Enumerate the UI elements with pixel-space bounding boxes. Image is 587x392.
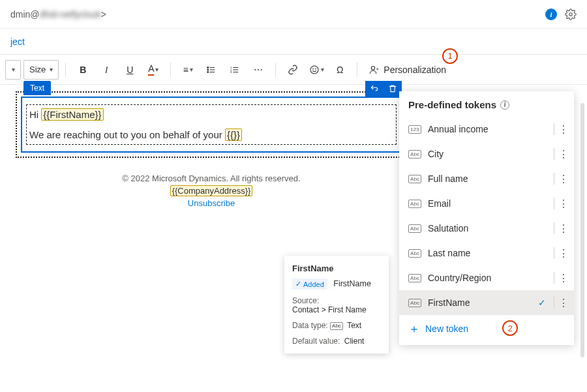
added-badge: ✓ Added <box>292 279 327 290</box>
tokens-panel: Pre-defined tokens i 123Annual income⋮Ab… <box>399 91 574 345</box>
default-value: Client <box>344 337 365 346</box>
more-icon[interactable]: ⋮ <box>558 272 569 284</box>
subject-row: ject <box>0 29 587 55</box>
selected-text-block: Text Hi {{FirstName}} We are reaching ou… <box>21 97 402 153</box>
text-cell[interactable]: Hi {{FirstName}} We are reaching out to … <box>21 97 402 153</box>
type-badge-icon: Abc <box>408 274 421 282</box>
more-icon[interactable]: ⋮ <box>558 198 569 210</box>
header-bar: dmin@dhid-netfyclouk> i <box>0 0 587 29</box>
more-icon[interactable]: ⋮ <box>558 222 569 235</box>
token-row[interactable]: AbcFull name⋮ <box>399 166 574 191</box>
token-company-address[interactable]: {{CompanyAddress}} <box>170 185 253 196</box>
more-icon[interactable]: ⋮ <box>558 123 569 136</box>
chevron-down-icon: ▾ <box>155 66 158 73</box>
align-button[interactable]: ≡ ▾ <box>177 60 198 80</box>
block-type-tag: Text <box>23 81 51 95</box>
new-token-button[interactable]: ＋ New token 2 <box>399 315 574 342</box>
symbol-button[interactable]: Ω <box>329 60 350 80</box>
type-badge-icon: Abc <box>408 150 421 158</box>
row-divider <box>554 123 554 135</box>
help-icon[interactable]: i <box>500 100 509 110</box>
blank-line <box>29 121 393 128</box>
token-label: Email <box>428 198 550 209</box>
more-icon[interactable]: ⋮ <box>558 247 569 260</box>
svg-point-1 <box>207 67 209 68</box>
personalization-button[interactable]: Personalization 1 <box>364 60 451 80</box>
datatype-value: Text <box>347 321 361 330</box>
abc-type-badge: Abc <box>330 322 343 330</box>
detail-title: FirstName <box>292 264 381 273</box>
more-icon[interactable]: ⋮ <box>558 173 569 185</box>
unsubscribe-link[interactable]: Unsubscribe <box>16 198 407 208</box>
token-row[interactable]: AbcEmail⋮ <box>399 191 574 216</box>
body-line-1: Hi {{FirstName}} <box>29 109 393 120</box>
token-empty[interactable]: {{}} <box>225 128 242 141</box>
text-span: We are reaching out to you on behalf of … <box>29 129 225 140</box>
font-size-dropdown[interactable]: Size▾ <box>23 60 59 80</box>
token-row[interactable]: AbcSalutation⋮ <box>399 216 574 241</box>
row-divider <box>554 272 554 284</box>
info-icon[interactable]: i <box>545 8 557 20</box>
type-badge-icon: Abc <box>408 224 421 233</box>
person-icon <box>369 65 380 75</box>
row-divider <box>554 222 554 234</box>
editable-text-area[interactable]: Hi {{FirstName}} We are reaching out to … <box>26 104 397 145</box>
added-badge-label: Added <box>303 280 324 288</box>
emoji-button[interactable]: ▾ <box>306 60 327 80</box>
token-label: City <box>428 149 550 159</box>
svg-point-5 <box>207 71 209 72</box>
font-color-button[interactable]: A ▾ <box>143 60 164 80</box>
check-icon: ✓ <box>538 297 546 308</box>
svg-point-3 <box>207 69 209 70</box>
svg-point-14 <box>312 68 313 69</box>
row-divider <box>554 198 554 209</box>
font-size-label: Size <box>29 65 46 74</box>
annotation-2: 2 <box>502 320 518 336</box>
source-label: Source: <box>292 296 381 305</box>
toolbar-divider <box>275 63 276 77</box>
added-value: FirstName <box>333 279 371 288</box>
token-row[interactable]: AbcCity⋮ <box>399 142 574 166</box>
type-badge-icon: Abc <box>408 175 421 183</box>
token-row[interactable]: 123Annual income⋮ <box>399 117 574 142</box>
type-badge-icon: 123 <box>408 125 421 134</box>
chevron-down-icon: ▾ <box>50 66 53 73</box>
toolbar-divider <box>65 63 66 77</box>
email-footer: © 2022 Microsoft Dynamics. All rights re… <box>16 173 407 208</box>
token-detail-card: FirstName ✓ Added FirstName Source: Cont… <box>284 256 389 354</box>
bold-button[interactable]: B <box>72 60 93 80</box>
row-divider <box>554 297 554 309</box>
font-family-dropdown[interactable]: ▾ <box>5 60 21 80</box>
more-formatting-button[interactable]: ⋯ <box>248 60 269 80</box>
source-value: Contact > First Name <box>292 305 381 314</box>
scrollbar-track[interactable] <box>580 103 584 357</box>
token-label: Last name <box>428 248 550 258</box>
link-button[interactable] <box>282 60 303 80</box>
bullet-list-button[interactable] <box>201 60 222 80</box>
datatype-label: Data type: <box>292 321 328 330</box>
toolbar-divider <box>357 63 357 77</box>
detail-default-row: Default value: Client <box>292 337 381 346</box>
underline-button[interactable]: U <box>119 60 140 80</box>
token-firstname[interactable]: {{FirstName}} <box>41 108 103 121</box>
chevron-down-icon: ▾ <box>190 66 193 73</box>
numbered-list-button[interactable]: 123 <box>224 60 245 80</box>
more-icon[interactable]: ⋮ <box>558 297 569 309</box>
italic-button[interactable]: I <box>96 60 117 80</box>
detail-source-row: Source: Contact > First Name <box>292 296 381 314</box>
subject-link[interactable]: ject <box>10 37 25 47</box>
move-handle[interactable] <box>365 81 384 97</box>
toolbar-divider <box>170 63 171 77</box>
svg-text:3: 3 <box>230 70 232 74</box>
layout-cell-outer: Text Hi {{FirstName}} We are reaching ou… <box>16 91 407 158</box>
svg-point-15 <box>315 68 316 69</box>
svg-point-16 <box>372 66 375 69</box>
token-row[interactable]: AbcCountry/Region⋮ <box>399 265 574 290</box>
more-icon[interactable]: ⋮ <box>558 148 569 160</box>
from-blurred-domain: dhid-netfyclouk <box>40 9 101 20</box>
gear-icon[interactable] <box>565 8 577 20</box>
token-row[interactable]: AbcLast name⋮ <box>399 241 574 265</box>
body-line-2: We are reaching out to you on behalf of … <box>29 129 393 140</box>
from-address: dmin@dhid-netfyclouk> <box>10 9 106 20</box>
token-row[interactable]: AbcFirstName✓⋮ <box>399 290 574 315</box>
